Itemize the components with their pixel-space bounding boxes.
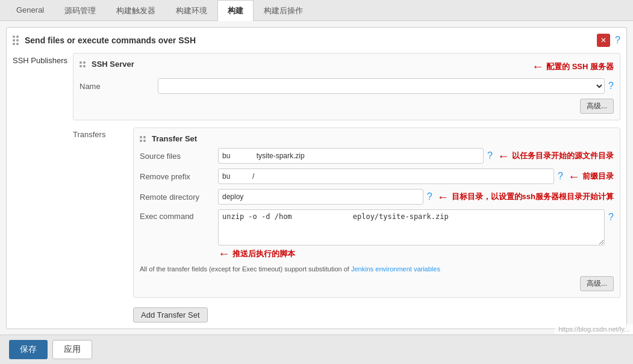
transfer-set-drag[interactable] [140,136,146,142]
remove-prefix-annotation: ← 前缀目录 [568,170,614,184]
ssh-server-drag[interactable] [80,61,86,67]
exec-command-row: Exec command unzip -o -d /hom eploy/tysi… [140,209,614,261]
ssh-server-block: SSH Server ← 配置的 SSH 服务器 Name ? [73,53,620,120]
ssh-server-title: SSH Server [92,60,134,69]
advanced-button[interactable]: 高级... [580,99,614,114]
ssh-publishers-content: SSH Server ← 配置的 SSH 服务器 Name ? [73,53,620,322]
tab-build-trigger[interactable]: 构建触发器 [106,0,166,21]
remove-prefix-arrow-icon: ← [568,170,580,184]
top-tabs: General 源码管理 构建触发器 构建环境 构建 构建后操作 [0,0,633,21]
transfers-section: Transfers Transfer Set [73,124,620,322]
tab-post-build[interactable]: 构建后操作 [254,0,313,21]
transfers-layout: Transfers Transfer Set [73,124,620,322]
jenkins-env-vars-link[interactable]: Jenkins environment variables [351,265,440,273]
advanced-row: 高级... [80,99,614,114]
name-label: Name [80,82,158,91]
source-files-label: Source files [140,152,218,161]
plugin-title: Send files or execute commands over SSH [13,35,196,45]
remote-dir-annotation-text: 目标目录，以设置的ssh服务器根目录开始计算 [452,191,614,202]
info-text: All of the transfer fields (except for E… [140,265,614,273]
transfer-set-title: Transfer Set [152,134,197,143]
exec-command-annotation-text: 推送后执行的脚本 [232,248,295,259]
advanced-button-2[interactable]: 高级... [580,276,614,291]
source-files-annotation-text: 以任务目录开始的源文件目录 [512,150,614,161]
plugin-header: Send files or execute commands over SSH … [13,34,620,47]
advanced-row-2: 高级... [140,276,614,291]
transfer-set-header: Transfer Set [140,134,614,143]
ssh-server-arrow-icon: ← [532,60,544,73]
ssh-server-section-header: SSH Server [80,60,134,69]
remove-prefix-annotation-text: 前缀目录 [582,171,614,182]
add-transfer-row: Add Transfer Set [133,303,620,322]
exec-command-textarea[interactable]: unzip -o -d /hom eploy/tysite-spark.zip [218,209,605,245]
name-select[interactable] [158,78,605,94]
remove-prefix-help-icon[interactable]: ? [558,171,563,182]
remote-dir-row: Remote directory ? ← 目标目录，以设置的ssh服务器根目录开… [140,189,614,205]
name-help-icon[interactable]: ? [608,81,614,91]
plugin-block: Send files or execute commands over SSH … [6,27,627,329]
tab-build[interactable]: 构建 [217,0,254,21]
watermark: https://blog.csdn.net/ly... [555,324,633,334]
remove-prefix-row: Remove prefix ? ← 前缀目录 [140,168,614,184]
tab-source-mgmt[interactable]: 源码管理 [54,0,106,21]
remote-dir-label: Remote directory [140,193,218,202]
source-files-help-icon[interactable]: ? [487,150,493,161]
tab-general[interactable]: General [6,0,54,21]
exec-command-arrow-icon: ← [218,247,230,261]
exec-command-col: unzip -o -d /hom eploy/tysite-spark.zip … [218,209,614,261]
source-files-arrow-icon: ← [497,149,510,163]
tab-build-env[interactable]: 构建环境 [166,0,217,21]
ssh-server-annotation-text: 配置的 SSH 服务器 [546,61,614,72]
close-plugin-button[interactable]: ✕ [597,34,610,47]
exec-command-label: Exec command [140,209,218,221]
remove-prefix-input[interactable] [218,168,554,184]
remote-dir-input[interactable] [218,189,423,205]
source-files-row: Source files ? ← 以任务目录开始的源文件目录 [140,148,614,164]
drag-handle[interactable] [13,35,19,45]
ssh-publishers-label: SSH Publishers [13,53,73,322]
exec-command-help-icon[interactable]: ? [608,212,614,223]
transfers-label: Transfers [73,124,133,322]
remove-prefix-label: Remove prefix [140,172,218,181]
main-content: Send files or execute commands over SSH … [0,21,633,364]
apply-button[interactable]: 应用 [52,340,92,359]
ssh-publishers-layout: SSH Publishers SSH Server [13,53,620,322]
remote-dir-annotation: ← 目标目录，以设置的ssh服务器根目录开始计算 [437,190,614,204]
source-files-annotation: ← 以任务目录开始的源文件目录 [497,149,614,163]
remote-dir-arrow-icon: ← [437,190,449,204]
add-transfer-button[interactable]: Add Transfer Set [133,307,208,322]
name-row: Name ? [80,78,614,94]
source-files-input[interactable] [218,148,484,164]
plugin-header-right: ✕ ? [597,34,620,47]
help-icon[interactable]: ? [615,35,620,46]
bottom-bar: 保存 应用 [0,335,633,364]
transfer-set-block: Transfer Set Source files ? ← 以任务目 [133,128,620,298]
ssh-server-annotation: ← 配置的 SSH 服务器 [532,60,614,73]
plugin-title-text: Send files or execute commands over SSH [25,35,196,45]
transfers-content: Transfer Set Source files ? ← 以任务目 [133,124,620,322]
save-button[interactable]: 保存 [9,340,48,359]
remote-dir-help-icon[interactable]: ? [427,191,432,202]
